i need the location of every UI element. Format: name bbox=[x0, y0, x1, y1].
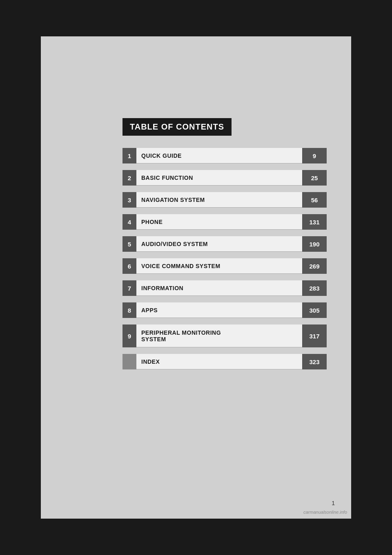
toc-item-label: PHONE bbox=[136, 214, 302, 230]
toc-item-label: AUDIO/VIDEO SYSTEM bbox=[136, 236, 302, 252]
toc-item-label: PERIPHERAL MONITORINGSYSTEM bbox=[136, 324, 302, 347]
toc-item-label: APPS bbox=[136, 302, 302, 318]
toc-item-page: 283 bbox=[302, 280, 327, 296]
toc-item-number: 9 bbox=[122, 324, 136, 347]
toc-item-number: 6 bbox=[122, 258, 136, 274]
toc-item-page: 131 bbox=[302, 214, 327, 230]
toc-item-number: 7 bbox=[122, 280, 136, 296]
toc-item-number: 8 bbox=[122, 302, 136, 318]
toc-item[interactable]: 3NAVIGATION SYSTEM56 bbox=[122, 192, 327, 208]
toc-item-label: INFORMATION bbox=[136, 280, 302, 296]
toc-item-number bbox=[122, 354, 136, 369]
toc-item-label: NAVIGATION SYSTEM bbox=[136, 192, 302, 208]
page-number: 1 bbox=[332, 500, 335, 506]
content-area: TABLE OF CONTENTS 1QUICK GUIDE92BASIC FU… bbox=[122, 118, 327, 376]
toc-item-page: 25 bbox=[302, 170, 327, 186]
toc-item-label: VOICE COMMAND SYSTEM bbox=[136, 258, 302, 274]
toc-item-label: QUICK GUIDE bbox=[136, 148, 302, 163]
toc-item[interactable]: INDEX323 bbox=[122, 354, 327, 369]
toc-item-number: 5 bbox=[122, 236, 136, 252]
toc-item[interactable]: 2BASIC FUNCTION25 bbox=[122, 170, 327, 186]
toc-item[interactable]: 7INFORMATION283 bbox=[122, 280, 327, 296]
toc-item[interactable]: 8APPS305 bbox=[122, 302, 327, 318]
toc-item-number: 1 bbox=[122, 148, 136, 163]
toc-item-label: BASIC FUNCTION bbox=[136, 170, 302, 186]
toc-item[interactable]: 1QUICK GUIDE9 bbox=[122, 148, 327, 163]
toc-list: 1QUICK GUIDE92BASIC FUNCTION253NAVIGATIO… bbox=[122, 148, 327, 369]
toc-item-label: INDEX bbox=[136, 354, 302, 369]
toc-title: TABLE OF CONTENTS bbox=[122, 118, 232, 136]
page: TABLE OF CONTENTS 1QUICK GUIDE92BASIC FU… bbox=[41, 36, 351, 519]
toc-item[interactable]: 4PHONE131 bbox=[122, 214, 327, 230]
toc-item-page: 269 bbox=[302, 258, 327, 274]
toc-item-page: 190 bbox=[302, 236, 327, 252]
toc-item[interactable]: 6VOICE COMMAND SYSTEM269 bbox=[122, 258, 327, 274]
toc-item-page: 305 bbox=[302, 302, 327, 318]
toc-item-number: 3 bbox=[122, 192, 136, 208]
toc-item-number: 4 bbox=[122, 214, 136, 230]
toc-item-page: 317 bbox=[302, 324, 327, 347]
watermark: carmanualsonline.info bbox=[303, 510, 347, 515]
toc-item-page: 323 bbox=[302, 354, 327, 369]
toc-item-number: 2 bbox=[122, 170, 136, 186]
toc-item[interactable]: 5AUDIO/VIDEO SYSTEM190 bbox=[122, 236, 327, 252]
toc-item-page: 56 bbox=[302, 192, 327, 208]
toc-item-page: 9 bbox=[302, 148, 327, 163]
toc-item[interactable]: 9PERIPHERAL MONITORINGSYSTEM317 bbox=[122, 324, 327, 347]
